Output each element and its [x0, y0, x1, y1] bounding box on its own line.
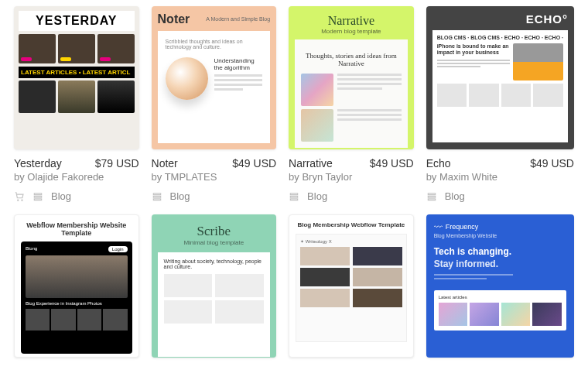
- template-card: Noter A Modern and Simple Blog Scribbled…: [152, 6, 277, 202]
- template-title[interactable]: Narrative: [289, 157, 333, 170]
- template-thumbnail[interactable]: YESTERDAY LATEST ARTICLES • LATEST ARTIC…: [14, 6, 139, 149]
- sphere-graphic: [166, 57, 208, 100]
- svg-rect-9: [290, 196, 297, 197]
- template-price: $49 USD: [370, 157, 414, 170]
- template-author[interactable]: by Olajide Fakorede: [14, 171, 139, 183]
- thumb-sub: Modern blog template: [295, 28, 408, 35]
- template-card: Blog Membership Webflow Template ✦ Write…: [289, 214, 414, 358]
- svg-rect-4: [34, 198, 41, 200]
- thumb-logo: Narrative: [295, 14, 408, 28]
- template-card: Scribe Minimal blog template Writing abo…: [152, 214, 277, 358]
- tag-blog[interactable]: Blog: [307, 190, 327, 202]
- cart-icon: [14, 191, 25, 202]
- template-author[interactable]: by Maxim White: [426, 171, 574, 183]
- svg-rect-8: [290, 193, 297, 194]
- thumb-header: YESTERDAY: [19, 11, 135, 31]
- stack-icon: [289, 191, 299, 202]
- template-author[interactable]: by TMPLATES: [152, 171, 277, 183]
- thumb-band: LATEST ARTICLES • LATEST ARTICL: [19, 67, 135, 78]
- template-card: Webflow Membership Website Template Blon…: [14, 214, 139, 358]
- template-title[interactable]: Noter: [152, 157, 178, 170]
- template-card: 〰Frequency Blog Membership Website Tech …: [426, 214, 574, 358]
- stack-icon: [32, 191, 43, 202]
- stack-icon: [426, 191, 437, 202]
- gradient-graphic: [301, 74, 333, 106]
- template-thumbnail[interactable]: Scribe Minimal blog template Writing abo…: [152, 214, 277, 358]
- svg-point-1: [22, 200, 22, 200]
- car-graphic: [513, 43, 563, 80]
- svg-rect-2: [34, 193, 41, 194]
- template-price: $49 USD: [232, 157, 276, 170]
- svg-rect-5: [153, 193, 160, 194]
- thumb-logo: Scribe: [158, 224, 271, 239]
- svg-rect-11: [428, 193, 435, 194]
- tag-blog[interactable]: Blog: [170, 190, 190, 202]
- template-thumbnail[interactable]: Noter A Modern and Simple Blog Scribbled…: [152, 6, 277, 149]
- svg-rect-12: [428, 196, 435, 197]
- stack-icon: [152, 191, 162, 202]
- svg-rect-13: [428, 198, 435, 200]
- thumb-logo: Noter: [158, 12, 190, 26]
- svg-rect-10: [290, 198, 297, 200]
- template-title[interactable]: Echo: [426, 157, 451, 170]
- template-grid: YESTERDAY LATEST ARTICLES • LATEST ARTIC…: [14, 6, 574, 358]
- template-card: Narrative Modern blog template Thoughts,…: [289, 6, 414, 202]
- template-title[interactable]: Yesterday: [14, 157, 62, 170]
- template-thumbnail[interactable]: ECHO° BLOG CMS · BLOG CMS · ECHO · ECHO …: [426, 6, 574, 149]
- thumb-logo: ECHO°: [432, 12, 568, 26]
- template-price: $49 USD: [530, 157, 574, 170]
- tag-blog[interactable]: Blog: [445, 190, 465, 202]
- tag-blog[interactable]: Blog: [51, 190, 71, 202]
- svg-rect-7: [153, 198, 160, 200]
- template-thumbnail[interactable]: Narrative Modern blog template Thoughts,…: [289, 6, 414, 149]
- svg-rect-6: [153, 196, 160, 197]
- svg-rect-3: [34, 196, 41, 197]
- svg-point-0: [18, 200, 19, 200]
- template-card: ECHO° BLOG CMS · BLOG CMS · ECHO · ECHO …: [426, 6, 574, 202]
- template-thumbnail[interactable]: Webflow Membership Website Template Blon…: [14, 214, 139, 358]
- thumb-sub: A Modern and Simple Blog: [206, 16, 270, 22]
- template-thumbnail[interactable]: 〰Frequency Blog Membership Website Tech …: [426, 214, 574, 358]
- template-card: YESTERDAY LATEST ARTICLES • LATEST ARTIC…: [14, 6, 139, 202]
- wave-icon: 〰: [434, 222, 443, 231]
- template-author[interactable]: by Bryn Taylor: [289, 171, 414, 183]
- template-price: $79 USD: [95, 157, 139, 170]
- template-thumbnail[interactable]: Blog Membership Webflow Template ✦ Write…: [289, 214, 414, 358]
